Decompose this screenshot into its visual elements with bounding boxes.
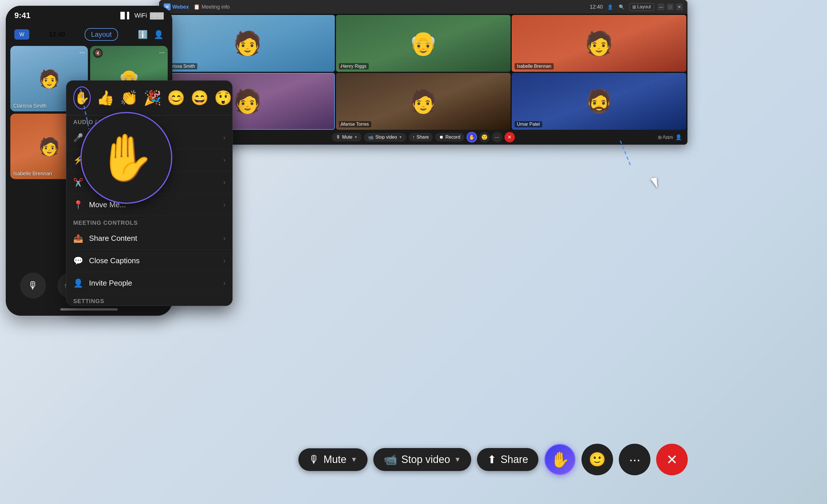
maximize-button[interactable]: □ bbox=[667, 3, 674, 10]
desktop-share-button[interactable]: ↑ Share bbox=[408, 133, 433, 142]
desktop-tile-isabelle: 🧑 Isabelle Brennan bbox=[512, 15, 686, 72]
desktop-share-label: Share bbox=[417, 135, 429, 140]
marise-name-label: Marise Torres bbox=[339, 121, 371, 128]
umar-name-label: Umar Patel bbox=[515, 121, 542, 128]
desktop-mute-button[interactable]: 🎙 Mute ▼ bbox=[332, 133, 361, 142]
phone-time-display: 12:40 bbox=[49, 31, 65, 38]
phone-layout-button[interactable]: Layout bbox=[85, 28, 118, 41]
titlebar-right: 12:40 👤 🔍 ⊞ Layout — □ ✕ bbox=[590, 3, 683, 11]
info-small-icon: 📋 bbox=[194, 4, 200, 10]
desktop-webex-window: W Webex 📋 Meeting info 12:40 👤 🔍 ⊞ Layou… bbox=[159, 0, 687, 145]
desktop-record-button[interactable]: ⏺ Record bbox=[435, 133, 464, 142]
titlebar-search-icon[interactable]: 🔍 bbox=[618, 3, 626, 11]
window-controls: — □ ✕ bbox=[658, 3, 683, 10]
clarissa-phone-name: Clarissa Smith bbox=[13, 103, 47, 109]
henry-phone-mute: 🔇 bbox=[93, 48, 103, 58]
large-share-button[interactable]: ⬆ Share bbox=[477, 448, 538, 471]
grin-emoji[interactable]: 😄 bbox=[191, 90, 208, 106]
large-mute-button[interactable]: 🎙 Mute ▼ bbox=[298, 448, 368, 471]
desktop-raise-hand-button[interactable]: ✋ bbox=[467, 132, 477, 142]
titlebar-layout-button[interactable]: ⊞ Layout bbox=[629, 3, 654, 11]
large-share-label: Share bbox=[500, 453, 528, 465]
desktop-apps-label: Apps bbox=[663, 135, 673, 140]
large-stop-video-button[interactable]: 📹 Stop video ▼ bbox=[373, 448, 471, 471]
large-raise-hand-emoji: ✋ bbox=[550, 451, 570, 469]
arrow-icon-5: › bbox=[224, 235, 226, 242]
phone-webex-icon: W bbox=[14, 29, 29, 40]
phone-status-icons: ▐▌▌ WiFi ▓▓▓ bbox=[118, 12, 164, 19]
large-mute-arrow: ▼ bbox=[351, 455, 357, 463]
close-captions-label: Close Captions bbox=[89, 256, 140, 265]
phone-toolbar: W 12:40 Layout ℹ️ 👤 bbox=[6, 23, 172, 46]
arrow-icon-3: › bbox=[224, 179, 226, 186]
desktop-people-button[interactable]: 👤 bbox=[675, 134, 682, 140]
meeting-info-button[interactable]: 📋 Meeting info bbox=[194, 4, 230, 10]
smile-emoji[interactable]: 😊 bbox=[167, 90, 185, 106]
large-end-button[interactable]: ✕ bbox=[656, 444, 688, 475]
phone-mute-button[interactable]: 🎙 bbox=[20, 273, 46, 299]
raise-hand-emoji-button[interactable]: ✋ bbox=[73, 86, 91, 109]
popup-settings-label: SETTINGS bbox=[66, 295, 232, 306]
phone-toolbar-icons: ℹ️ 👤 bbox=[138, 30, 164, 39]
large-video-icon: 📹 bbox=[384, 453, 397, 466]
desktop-stop-video-button[interactable]: 📹 Stop video ▼ bbox=[364, 133, 406, 142]
desktop-share-icon: ↑ bbox=[412, 135, 415, 140]
clarissa-tile-menu[interactable]: ··· bbox=[79, 48, 85, 56]
apps-grid-icon: ⊞ bbox=[658, 135, 662, 140]
popup-share-content[interactable]: 📤 Share Content › bbox=[66, 227, 232, 250]
arrow-icon-6: › bbox=[224, 257, 226, 265]
large-emoji-circle: ✋ bbox=[81, 112, 172, 204]
cursor-arrow bbox=[651, 178, 658, 188]
desktop-titlebar: W Webex 📋 Meeting info 12:40 👤 🔍 ⊞ Layou… bbox=[159, 0, 687, 14]
invite-icon: 👤 bbox=[73, 279, 83, 288]
popup-invite-people[interactable]: 👤 Invite People › bbox=[66, 272, 232, 295]
desktop-record-icon: ⏺ bbox=[439, 135, 444, 140]
desktop-apps-button[interactable]: ⊞ Apps bbox=[658, 135, 673, 140]
popup-meeting-section-label: MEETING CONTROLS bbox=[66, 216, 232, 227]
desktop-tile-umar: 🧔 Umar Patel bbox=[512, 73, 686, 130]
share-content-label: Share Content bbox=[89, 234, 137, 243]
henry-tile-menu[interactable]: ··· bbox=[159, 48, 165, 56]
titlebar-layout-label: Layout bbox=[637, 4, 651, 9]
desktop-more-button[interactable]: ··· bbox=[492, 132, 502, 142]
close-button[interactable]: ✕ bbox=[676, 3, 683, 10]
desktop-video-arrow: ▼ bbox=[399, 135, 402, 139]
isabelle-name-label: Isabelle Brennan bbox=[515, 63, 554, 69]
change-icon: ✂️ bbox=[73, 178, 83, 187]
minimize-button[interactable]: — bbox=[658, 3, 665, 10]
desktop-tile-marise: 🧑 🔇 Marise Torres bbox=[336, 73, 510, 130]
desktop-bar-center: 🎙 Mute ▼ 📹 Stop video ▼ ↑ Share ⏺ Record… bbox=[332, 132, 515, 142]
desktop-tile-henry: 👴 🔇 Henry Riggs bbox=[336, 15, 510, 72]
desktop-end-button[interactable]: ✕ bbox=[504, 132, 515, 142]
wifi-icon: WiFi bbox=[134, 12, 147, 19]
large-mic-icon: 🎙 bbox=[309, 453, 320, 466]
desktop-video-grid: 🧑 Clarissa Smith 👴 🔇 Henry Riggs 🧑 Isabe… bbox=[159, 14, 687, 131]
large-more-button[interactable]: ··· bbox=[619, 444, 650, 475]
large-reaction-emoji: 🙂 bbox=[589, 451, 606, 467]
thumbs-up-emoji[interactable]: 👍 bbox=[96, 90, 114, 106]
desktop-emoji-button[interactable]: 🙂 bbox=[479, 132, 490, 142]
party-emoji[interactable]: 🎉 bbox=[144, 90, 161, 106]
layout-grid-icon: ⊞ bbox=[632, 4, 636, 10]
popup-close-captions[interactable]: 💬 Close Captions › bbox=[66, 250, 232, 272]
battery-icon: ▓▓▓ bbox=[150, 12, 164, 19]
desktop-tile-clarissa: 🧑 Clarissa Smith bbox=[160, 15, 335, 72]
desktop-record-label: Record bbox=[445, 135, 460, 140]
large-raise-hand-button[interactable]: ✋ bbox=[544, 444, 576, 475]
clap-emoji[interactable]: 👏 bbox=[120, 90, 138, 106]
invite-people-label: Invite People bbox=[89, 279, 132, 288]
desktop-bar-right: ⊞ Apps 👤 bbox=[658, 134, 682, 140]
large-video-arrow: ▼ bbox=[454, 455, 461, 463]
large-emoji-button[interactable]: 🙂 bbox=[581, 444, 613, 475]
large-controls: 🎙 Mute ▼ 📹 Stop video ▼ ⬆ Share ✋ 🙂 ··· … bbox=[159, 444, 827, 475]
wow-emoji[interactable]: 😲 bbox=[214, 90, 232, 106]
arrow-icon-4: › bbox=[224, 201, 226, 209]
desktop-mic-icon: 🎙 bbox=[336, 135, 341, 140]
captions-icon: 💬 bbox=[73, 256, 83, 265]
henry-name-label: Henry Riggs bbox=[339, 63, 369, 69]
large-stop-video-label: Stop video bbox=[401, 453, 450, 465]
titlebar-avatar: 👤 bbox=[606, 3, 614, 11]
phone-people-icon[interactable]: 👤 bbox=[154, 30, 164, 39]
desktop-bottom-bar: ● 💬 ▼ 🎙 Mute ▼ 📹 Stop video ▼ ↑ Share ⏺ … bbox=[159, 130, 687, 145]
phone-info-icon[interactable]: ℹ️ bbox=[138, 30, 148, 39]
